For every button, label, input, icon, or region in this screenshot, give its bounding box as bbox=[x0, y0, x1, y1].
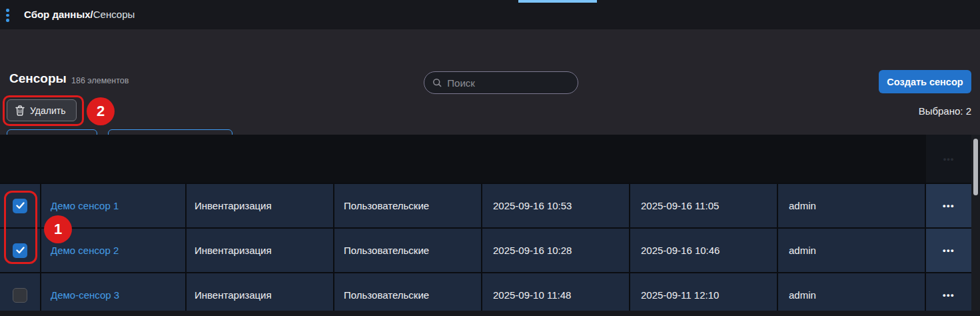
row-checkbox-cell bbox=[0, 184, 41, 227]
cell-class: Пользовательские bbox=[334, 273, 482, 316]
row-checkbox-cell bbox=[0, 229, 41, 272]
sensors-page: Сбор данных/Сенсоры Сенсоры 186 элементо… bbox=[0, 0, 980, 316]
cell-name: Демо-сенсор 3 bbox=[41, 273, 187, 316]
cell-section: Инвентаризация bbox=[187, 184, 334, 227]
delete-button[interactable]: Удалить bbox=[7, 99, 77, 121]
cell-modified: 2025-09-16 11:05 bbox=[630, 184, 778, 227]
row-actions-button[interactable]: ••• bbox=[926, 229, 971, 272]
cell-class: Пользовательские bbox=[334, 184, 482, 227]
cell-author: admin bbox=[778, 273, 926, 316]
app-menu-icon[interactable] bbox=[6, 9, 9, 22]
cell-name: Демо сенсор 2 bbox=[41, 229, 187, 272]
search-icon bbox=[432, 77, 442, 88]
row-actions-button[interactable]: ••• bbox=[926, 273, 971, 316]
page-title: Сенсоры bbox=[9, 71, 67, 86]
search-box[interactable] bbox=[424, 71, 578, 94]
top-navigation-bar: Сбор данных/Сенсоры bbox=[0, 0, 980, 29]
breadcrumb-parent[interactable]: Сбор данных bbox=[24, 9, 91, 20]
check-icon bbox=[16, 202, 25, 209]
more-actions-icon: ••• bbox=[943, 154, 955, 164]
breadcrumb: Сбор данных/Сенсоры bbox=[24, 0, 135, 29]
create-sensor-button[interactable]: Создать сенсор bbox=[879, 70, 971, 93]
sensor-link[interactable]: Демо-сенсор 3 bbox=[51, 289, 119, 301]
more-actions-icon: ••• bbox=[943, 245, 955, 255]
more-actions-icon: ••• bbox=[943, 201, 955, 211]
cell-modified: 2025-09-11 12:10 bbox=[630, 273, 778, 316]
row-checkbox[interactable] bbox=[13, 199, 27, 213]
row-checkbox-cell bbox=[0, 273, 41, 316]
cell-section: Инвентаризация bbox=[187, 229, 334, 272]
top-accent-bar bbox=[518, 0, 597, 3]
more-actions-icon: ••• bbox=[943, 290, 955, 300]
breadcrumb-current: Сенсоры bbox=[93, 9, 135, 20]
row-checkbox[interactable] bbox=[13, 288, 27, 303]
sensors-table: Наименование ↑↓ ⋮ Раздел ↑↓ ⋮ Класс ↑↓ ⋮… bbox=[0, 135, 980, 316]
cell-created: 2025-09-16 10:53 bbox=[482, 184, 630, 227]
actions-column-header: ••• bbox=[926, 135, 971, 183]
scrollbar-thumb[interactable] bbox=[973, 139, 978, 195]
search-input[interactable] bbox=[447, 77, 570, 89]
table-row[interactable]: Демо сенсор 2 Инвентаризация Пользовател… bbox=[0, 227, 971, 272]
row-checkbox[interactable] bbox=[13, 243, 27, 258]
vertical-scrollbar[interactable] bbox=[971, 135, 980, 316]
table-row[interactable]: Демо-сенсор 3 Инвентаризация Пользовател… bbox=[0, 272, 971, 316]
table-header: Наименование ↑↓ ⋮ Раздел ↑↓ ⋮ Класс ↑↓ ⋮… bbox=[0, 135, 980, 183]
cell-author: admin bbox=[778, 184, 926, 227]
cell-name: Демо сенсор 1 bbox=[41, 184, 187, 227]
cell-author: admin bbox=[778, 229, 926, 272]
check-icon bbox=[16, 247, 25, 254]
cell-modified: 2025-09-16 10:46 bbox=[630, 229, 778, 272]
cell-created: 2025-09-16 10:28 bbox=[482, 229, 630, 272]
bottom-edge bbox=[0, 311, 980, 316]
sensor-link[interactable]: Демо сенсор 1 bbox=[51, 200, 119, 211]
cell-created: 2025-09-10 11:48 bbox=[482, 273, 630, 316]
toolbar: Сенсоры 186 элементов Создать сенсор Уда… bbox=[0, 29, 980, 135]
row-actions-button[interactable]: ••• bbox=[926, 184, 971, 227]
trash-icon bbox=[15, 105, 25, 116]
table-row[interactable]: Демо сенсор 1 Инвентаризация Пользовател… bbox=[0, 183, 971, 227]
cell-class: Пользовательские bbox=[334, 229, 482, 272]
item-count: 186 элементов bbox=[71, 76, 129, 85]
cell-section: Инвентаризация bbox=[187, 273, 334, 316]
sensor-link[interactable]: Демо сенсор 2 bbox=[51, 245, 119, 256]
selected-count-label: Выбрано: 2 bbox=[919, 105, 971, 117]
delete-button-label: Удалить bbox=[30, 105, 65, 116]
